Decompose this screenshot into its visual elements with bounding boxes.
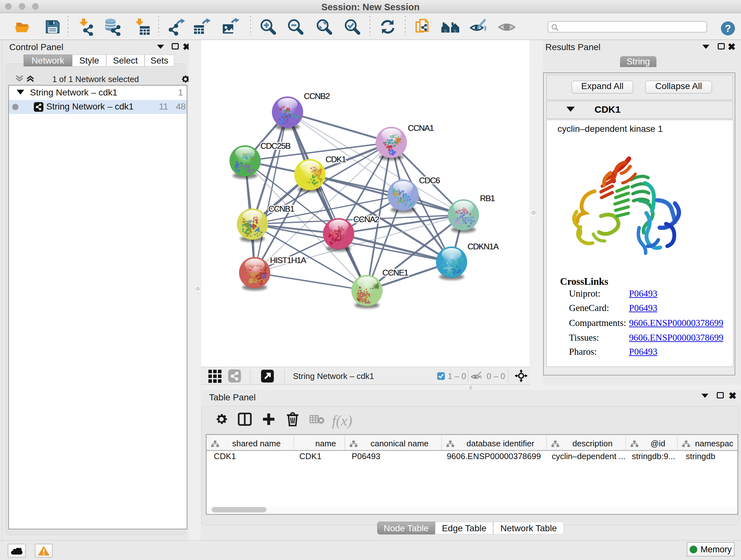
svg-text:CCNE1: CCNE1 (382, 268, 408, 277)
svg-text:CDC6: CDC6 (419, 176, 440, 185)
svg-text:CDKN1A: CDKN1A (468, 242, 499, 251)
svg-text:CCNB1: CCNB1 (268, 204, 294, 213)
svg-text:CDC25B: CDC25B (260, 141, 290, 151)
svg-text:RB1: RB1 (480, 193, 495, 203)
svg-text:CCNA2: CCNA2 (353, 214, 380, 224)
svg-text:CCNB2: CCNB2 (304, 91, 330, 101)
svg-text:HIST1H1A: HIST1H1A (270, 255, 307, 265)
svg-text:CCNA1: CCNA1 (408, 123, 434, 133)
svg-text:CDK1: CDK1 (326, 154, 346, 164)
